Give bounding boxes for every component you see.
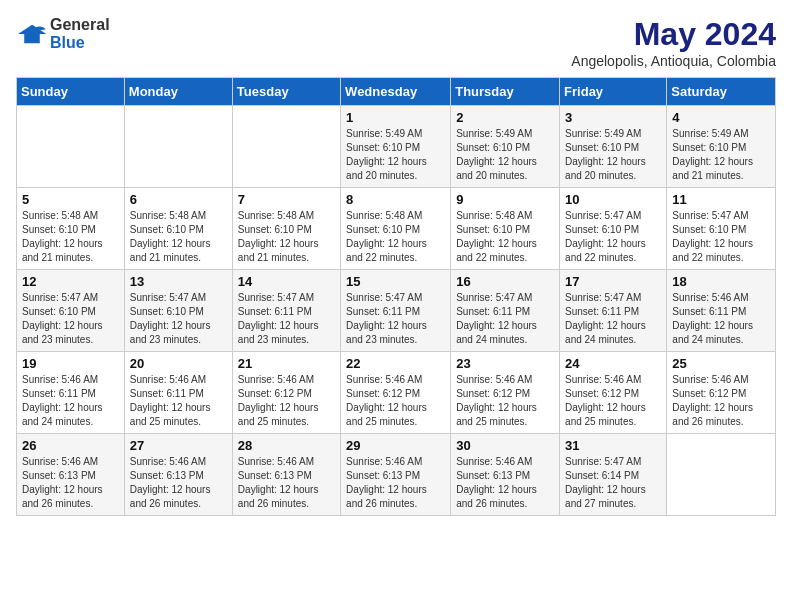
day-number: 20 xyxy=(130,356,227,371)
weekday-header: Tuesday xyxy=(232,78,340,106)
calendar-cell: 8Sunrise: 5:48 AM Sunset: 6:10 PM Daylig… xyxy=(341,188,451,270)
day-info: Sunrise: 5:47 AM Sunset: 6:11 PM Dayligh… xyxy=(565,291,661,347)
calendar-cell: 24Sunrise: 5:46 AM Sunset: 6:12 PM Dayli… xyxy=(560,352,667,434)
day-info: Sunrise: 5:47 AM Sunset: 6:14 PM Dayligh… xyxy=(565,455,661,511)
day-info: Sunrise: 5:47 AM Sunset: 6:11 PM Dayligh… xyxy=(346,291,445,347)
day-number: 14 xyxy=(238,274,335,289)
calendar-cell: 25Sunrise: 5:46 AM Sunset: 6:12 PM Dayli… xyxy=(667,352,776,434)
month-title: May 2024 xyxy=(571,16,776,53)
calendar-cell: 3Sunrise: 5:49 AM Sunset: 6:10 PM Daylig… xyxy=(560,106,667,188)
calendar-cell: 13Sunrise: 5:47 AM Sunset: 6:10 PM Dayli… xyxy=(124,270,232,352)
day-number: 28 xyxy=(238,438,335,453)
calendar-cell: 6Sunrise: 5:48 AM Sunset: 6:10 PM Daylig… xyxy=(124,188,232,270)
calendar-cell: 12Sunrise: 5:47 AM Sunset: 6:10 PM Dayli… xyxy=(17,270,125,352)
location: Angelopolis, Antioquia, Colombia xyxy=(571,53,776,69)
calendar-cell xyxy=(17,106,125,188)
day-info: Sunrise: 5:48 AM Sunset: 6:10 PM Dayligh… xyxy=(346,209,445,265)
day-info: Sunrise: 5:47 AM Sunset: 6:10 PM Dayligh… xyxy=(130,291,227,347)
day-info: Sunrise: 5:46 AM Sunset: 6:12 PM Dayligh… xyxy=(565,373,661,429)
calendar-cell: 19Sunrise: 5:46 AM Sunset: 6:11 PM Dayli… xyxy=(17,352,125,434)
calendar-cell: 21Sunrise: 5:46 AM Sunset: 6:12 PM Dayli… xyxy=(232,352,340,434)
day-number: 4 xyxy=(672,110,770,125)
day-info: Sunrise: 5:47 AM Sunset: 6:10 PM Dayligh… xyxy=(22,291,119,347)
calendar-cell: 2Sunrise: 5:49 AM Sunset: 6:10 PM Daylig… xyxy=(451,106,560,188)
weekday-header-row: SundayMondayTuesdayWednesdayThursdayFrid… xyxy=(17,78,776,106)
weekday-header: Thursday xyxy=(451,78,560,106)
calendar-cell: 4Sunrise: 5:49 AM Sunset: 6:10 PM Daylig… xyxy=(667,106,776,188)
day-number: 27 xyxy=(130,438,227,453)
weekday-header: Friday xyxy=(560,78,667,106)
day-number: 30 xyxy=(456,438,554,453)
calendar-cell: 1Sunrise: 5:49 AM Sunset: 6:10 PM Daylig… xyxy=(341,106,451,188)
day-number: 17 xyxy=(565,274,661,289)
day-number: 9 xyxy=(456,192,554,207)
day-info: Sunrise: 5:46 AM Sunset: 6:13 PM Dayligh… xyxy=(130,455,227,511)
calendar-cell: 14Sunrise: 5:47 AM Sunset: 6:11 PM Dayli… xyxy=(232,270,340,352)
day-info: Sunrise: 5:49 AM Sunset: 6:10 PM Dayligh… xyxy=(672,127,770,183)
calendar-cell: 18Sunrise: 5:46 AM Sunset: 6:11 PM Dayli… xyxy=(667,270,776,352)
day-info: Sunrise: 5:48 AM Sunset: 6:10 PM Dayligh… xyxy=(130,209,227,265)
day-number: 18 xyxy=(672,274,770,289)
calendar-cell: 5Sunrise: 5:48 AM Sunset: 6:10 PM Daylig… xyxy=(17,188,125,270)
day-number: 2 xyxy=(456,110,554,125)
weekday-header: Saturday xyxy=(667,78,776,106)
weekday-header: Wednesday xyxy=(341,78,451,106)
day-number: 24 xyxy=(565,356,661,371)
calendar-cell xyxy=(124,106,232,188)
calendar-cell: 29Sunrise: 5:46 AM Sunset: 6:13 PM Dayli… xyxy=(341,434,451,516)
day-info: Sunrise: 5:46 AM Sunset: 6:12 PM Dayligh… xyxy=(346,373,445,429)
day-info: Sunrise: 5:49 AM Sunset: 6:10 PM Dayligh… xyxy=(565,127,661,183)
day-info: Sunrise: 5:46 AM Sunset: 6:11 PM Dayligh… xyxy=(130,373,227,429)
day-number: 23 xyxy=(456,356,554,371)
day-number: 29 xyxy=(346,438,445,453)
weekday-header: Sunday xyxy=(17,78,125,106)
logo-bird-icon xyxy=(18,23,46,45)
page-header: General Blue May 2024 Angelopolis, Antio… xyxy=(16,16,776,69)
calendar-cell: 31Sunrise: 5:47 AM Sunset: 6:14 PM Dayli… xyxy=(560,434,667,516)
day-number: 3 xyxy=(565,110,661,125)
logo-blue: Blue xyxy=(50,34,110,52)
calendar-cell: 16Sunrise: 5:47 AM Sunset: 6:11 PM Dayli… xyxy=(451,270,560,352)
day-number: 1 xyxy=(346,110,445,125)
day-info: Sunrise: 5:48 AM Sunset: 6:10 PM Dayligh… xyxy=(22,209,119,265)
calendar-week-row: 26Sunrise: 5:46 AM Sunset: 6:13 PM Dayli… xyxy=(17,434,776,516)
day-info: Sunrise: 5:46 AM Sunset: 6:12 PM Dayligh… xyxy=(238,373,335,429)
day-info: Sunrise: 5:49 AM Sunset: 6:10 PM Dayligh… xyxy=(456,127,554,183)
day-info: Sunrise: 5:48 AM Sunset: 6:10 PM Dayligh… xyxy=(238,209,335,265)
day-info: Sunrise: 5:46 AM Sunset: 6:13 PM Dayligh… xyxy=(238,455,335,511)
day-number: 19 xyxy=(22,356,119,371)
calendar-cell xyxy=(667,434,776,516)
calendar-cell: 22Sunrise: 5:46 AM Sunset: 6:12 PM Dayli… xyxy=(341,352,451,434)
calendar-cell: 11Sunrise: 5:47 AM Sunset: 6:10 PM Dayli… xyxy=(667,188,776,270)
day-info: Sunrise: 5:46 AM Sunset: 6:13 PM Dayligh… xyxy=(346,455,445,511)
day-number: 16 xyxy=(456,274,554,289)
calendar-cell: 9Sunrise: 5:48 AM Sunset: 6:10 PM Daylig… xyxy=(451,188,560,270)
day-info: Sunrise: 5:49 AM Sunset: 6:10 PM Dayligh… xyxy=(346,127,445,183)
day-number: 6 xyxy=(130,192,227,207)
calendar-cell: 17Sunrise: 5:47 AM Sunset: 6:11 PM Dayli… xyxy=(560,270,667,352)
day-number: 7 xyxy=(238,192,335,207)
day-number: 12 xyxy=(22,274,119,289)
calendar-table: SundayMondayTuesdayWednesdayThursdayFrid… xyxy=(16,77,776,516)
calendar-cell: 10Sunrise: 5:47 AM Sunset: 6:10 PM Dayli… xyxy=(560,188,667,270)
calendar-cell: 23Sunrise: 5:46 AM Sunset: 6:12 PM Dayli… xyxy=(451,352,560,434)
logo: General Blue xyxy=(16,16,110,51)
calendar-cell: 15Sunrise: 5:47 AM Sunset: 6:11 PM Dayli… xyxy=(341,270,451,352)
day-info: Sunrise: 5:46 AM Sunset: 6:11 PM Dayligh… xyxy=(22,373,119,429)
day-info: Sunrise: 5:46 AM Sunset: 6:12 PM Dayligh… xyxy=(672,373,770,429)
calendar-week-row: 19Sunrise: 5:46 AM Sunset: 6:11 PM Dayli… xyxy=(17,352,776,434)
day-number: 25 xyxy=(672,356,770,371)
calendar-cell: 28Sunrise: 5:46 AM Sunset: 6:13 PM Dayli… xyxy=(232,434,340,516)
day-info: Sunrise: 5:47 AM Sunset: 6:10 PM Dayligh… xyxy=(565,209,661,265)
day-info: Sunrise: 5:46 AM Sunset: 6:13 PM Dayligh… xyxy=(456,455,554,511)
day-info: Sunrise: 5:47 AM Sunset: 6:10 PM Dayligh… xyxy=(672,209,770,265)
title-block: May 2024 Angelopolis, Antioquia, Colombi… xyxy=(571,16,776,69)
day-info: Sunrise: 5:48 AM Sunset: 6:10 PM Dayligh… xyxy=(456,209,554,265)
day-number: 10 xyxy=(565,192,661,207)
weekday-header: Monday xyxy=(124,78,232,106)
day-number: 13 xyxy=(130,274,227,289)
calendar-cell: 7Sunrise: 5:48 AM Sunset: 6:10 PM Daylig… xyxy=(232,188,340,270)
day-info: Sunrise: 5:47 AM Sunset: 6:11 PM Dayligh… xyxy=(238,291,335,347)
day-info: Sunrise: 5:46 AM Sunset: 6:12 PM Dayligh… xyxy=(456,373,554,429)
calendar-cell xyxy=(232,106,340,188)
